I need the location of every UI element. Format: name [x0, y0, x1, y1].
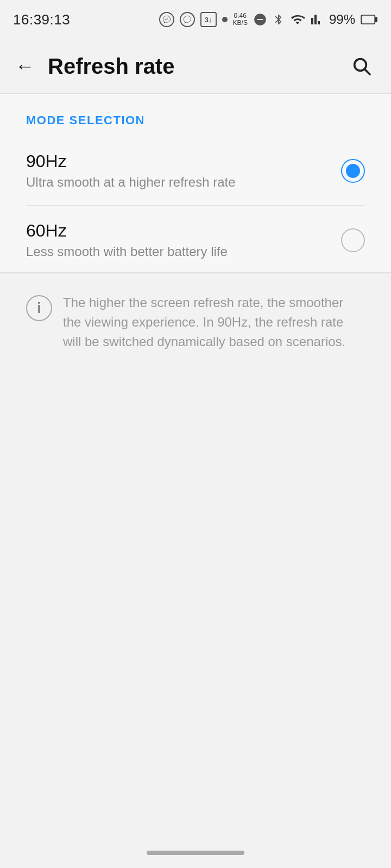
battery-icon: [361, 12, 378, 27]
search-button[interactable]: [348, 52, 376, 80]
notification-dot: [222, 17, 228, 22]
messenger-icon-2: [180, 12, 195, 27]
notification-icons: 3↓ 0.46 KB/S 99%: [159, 12, 378, 27]
option-60hz-subtitle: Less smooth with better battery life: [26, 244, 228, 259]
radio-90hz[interactable]: [341, 159, 365, 183]
svg-rect-4: [375, 18, 377, 22]
page-title: Refresh rate: [48, 54, 174, 79]
app-bar-left: ← Refresh rate: [15, 54, 174, 79]
options-divider: [26, 205, 365, 206]
wifi-icon: [290, 12, 305, 27]
radio-60hz[interactable]: [341, 228, 365, 252]
section-label: MODE SELECTION: [26, 113, 365, 127]
back-button[interactable]: ←: [15, 55, 35, 78]
option-90hz-title: 90Hz: [26, 151, 236, 171]
status-time: 16:39:13: [13, 11, 70, 28]
signal-icon: [311, 12, 324, 27]
dnd-icon: [253, 12, 267, 27]
battery-level: 99%: [329, 12, 355, 27]
app-bar: ← Refresh rate: [0, 39, 391, 93]
messenger-icon-1: [159, 12, 174, 27]
svg-line-6: [365, 69, 370, 74]
bottom-nav-pill: [147, 851, 244, 855]
option-60hz-title: 60Hz: [26, 221, 228, 241]
info-text: The higher the screen refresh rate, the …: [63, 293, 365, 352]
bottom-pill-container: [0, 851, 391, 855]
status-bar: 16:39:13 3↓ 0.46 KB/S: [0, 0, 391, 39]
bluetooth-icon: [273, 12, 285, 27]
data-speed: 0.46 KB/S: [233, 12, 248, 27]
option-60hz-text: 60Hz Less smooth with better battery lif…: [26, 221, 228, 259]
svg-rect-0: [361, 15, 375, 24]
content-area: MODE SELECTION 90Hz Ultra smooth at a hi…: [0, 94, 391, 272]
option-90hz-text: 90Hz Ultra smooth at a higher refresh ra…: [26, 151, 236, 190]
search-icon: [351, 55, 373, 77]
option-60hz[interactable]: 60Hz Less smooth with better battery lif…: [26, 208, 365, 272]
screenshot-icon: 3↓: [200, 12, 217, 27]
option-90hz[interactable]: 90Hz Ultra smooth at a higher refresh ra…: [26, 138, 365, 203]
info-icon-letter: i: [37, 301, 41, 316]
radio-90hz-inner: [346, 164, 360, 178]
info-section: i The higher the screen refresh rate, th…: [0, 273, 391, 371]
option-90hz-subtitle: Ultra smooth at a higher refresh rate: [26, 175, 236, 190]
info-icon: i: [26, 295, 52, 321]
